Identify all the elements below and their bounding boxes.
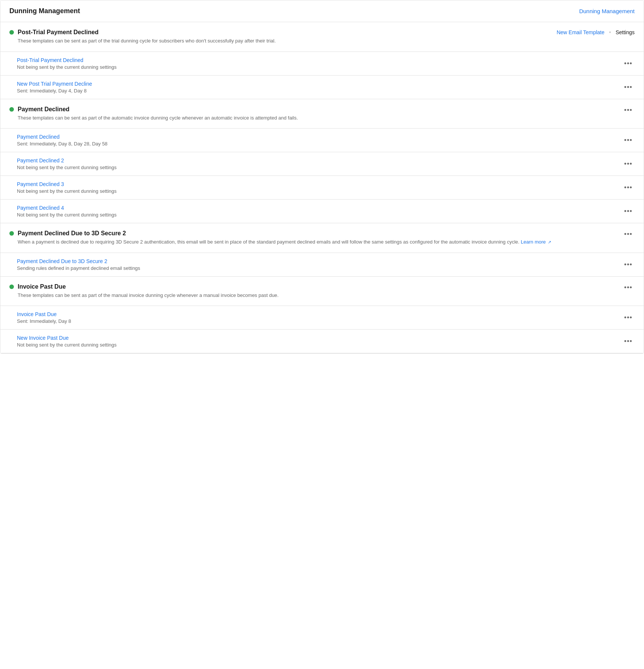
sections-container: Post-Trial Payment DeclinedThese templat… <box>0 22 644 353</box>
template-row: Post-Trial Payment DeclinedNot being sen… <box>0 51 644 75</box>
settings-link[interactable]: Settings <box>615 29 635 35</box>
template-row: Payment Declined Due to 3D Secure 2Sendi… <box>0 253 644 276</box>
template-name-link[interactable]: Payment Declined 4 <box>17 205 116 211</box>
template-more-menu-button[interactable]: ••• <box>622 313 635 322</box>
template-row: Invoice Past DueSent: Immediately, Day 8… <box>0 306 644 329</box>
template-status: Sending rules defined in payment decline… <box>17 265 140 271</box>
template-status: Not being sent by the current dunning se… <box>17 342 116 348</box>
template-name-link[interactable]: Post-Trial Payment Declined <box>17 57 116 63</box>
template-status: Not being sent by the current dunning se… <box>17 188 116 194</box>
template-row: Payment Declined 3Not being sent by the … <box>0 176 644 199</box>
section-payment-declined: Payment DeclinedThese templates can be s… <box>0 99 644 224</box>
separator: • <box>609 29 611 36</box>
template-more-menu-button[interactable]: ••• <box>622 207 635 215</box>
section-description-post-trial: These templates can be sent as part of t… <box>18 37 276 45</box>
template-row: New Invoice Past DueNot being sent by th… <box>0 329 644 353</box>
active-dot-icon <box>9 285 14 289</box>
section-description-payment-declined-3ds: When a payment is declined due to requir… <box>18 238 551 246</box>
learn-more-link[interactable]: Learn more ↗ <box>521 239 551 245</box>
template-more-menu-button[interactable]: ••• <box>622 260 635 269</box>
external-link-icon: ↗ <box>547 240 551 244</box>
template-more-menu-button[interactable]: ••• <box>622 160 635 168</box>
template-status: Sent: Immediately, Day 8, Day 28, Day 58 <box>17 141 107 147</box>
template-status: Sent: Immediately, Day 4, Day 8 <box>17 88 92 94</box>
template-more-menu-button[interactable]: ••• <box>622 337 635 345</box>
section-more-menu-payment-declined[interactable]: ••• <box>622 106 635 114</box>
page-container: Dunning Management Dunning Management Po… <box>0 0 644 354</box>
template-more-menu-button[interactable]: ••• <box>622 83 635 91</box>
template-status: Not being sent by the current dunning se… <box>17 165 116 170</box>
template-row: Payment Declined 2Not being sent by the … <box>0 152 644 176</box>
section-header-payment-declined-3ds: Payment Declined Due to 3D Secure 2When … <box>0 223 644 253</box>
section-description-payment-declined: These templates can be sent as part of t… <box>18 114 298 122</box>
template-more-menu-button[interactable]: ••• <box>622 59 635 68</box>
template-name-link[interactable]: New Post Trial Payment Decline <box>17 81 92 87</box>
active-dot-icon <box>9 30 14 35</box>
dunning-management-breadcrumb-link[interactable]: Dunning Management <box>579 8 635 14</box>
template-name-link[interactable]: Invoice Past Due <box>17 311 71 317</box>
template-row: Payment DeclinedSent: Immediately, Day 8… <box>0 128 644 152</box>
template-status: Not being sent by the current dunning se… <box>17 212 116 218</box>
template-name-link[interactable]: Payment Declined Due to 3D Secure 2 <box>17 258 140 264</box>
active-dot-icon <box>9 107 14 112</box>
template-row: New Post Trial Payment DeclineSent: Imme… <box>0 75 644 99</box>
section-title-payment-declined-3ds: Payment Declined Due to 3D Secure 2 <box>18 230 551 237</box>
template-name-link[interactable]: Payment Declined <box>17 134 107 140</box>
template-row: Payment Declined 4Not being sent by the … <box>0 199 644 223</box>
template-name-link[interactable]: New Invoice Past Due <box>17 335 116 341</box>
template-more-menu-button[interactable]: ••• <box>622 136 635 144</box>
template-status: Sent: Immediately, Day 8 <box>17 318 71 324</box>
section-header-invoice-past-due: Invoice Past DueThese templates can be s… <box>0 277 644 306</box>
section-description-invoice-past-due: These templates can be sent as part of t… <box>18 292 278 299</box>
active-dot-icon <box>9 231 14 236</box>
section-title-payment-declined: Payment Declined <box>18 106 298 113</box>
template-status: Not being sent by the current dunning se… <box>17 64 116 70</box>
section-header-payment-declined: Payment DeclinedThese templates can be s… <box>0 99 644 129</box>
page-header: Dunning Management Dunning Management <box>0 0 644 22</box>
template-name-link[interactable]: Payment Declined 2 <box>17 157 116 163</box>
section-header-post-trial: Post-Trial Payment DeclinedThese templat… <box>0 22 644 51</box>
section-more-menu-invoice-past-due[interactable]: ••• <box>622 283 635 292</box>
template-name-link[interactable]: Payment Declined 3 <box>17 181 116 187</box>
section-post-trial: Post-Trial Payment DeclinedThese templat… <box>0 22 644 99</box>
section-title-invoice-past-due: Invoice Past Due <box>18 283 278 290</box>
section-payment-declined-3ds: Payment Declined Due to 3D Secure 2When … <box>0 223 644 277</box>
section-title-post-trial: Post-Trial Payment Declined <box>18 29 276 36</box>
template-more-menu-button[interactable]: ••• <box>622 183 635 192</box>
page-title: Dunning Management <box>9 7 80 15</box>
new-email-template-button[interactable]: New Email Template <box>556 29 604 35</box>
section-more-menu-payment-declined-3ds[interactable]: ••• <box>622 230 635 238</box>
section-invoice-past-due: Invoice Past DueThese templates can be s… <box>0 277 644 354</box>
